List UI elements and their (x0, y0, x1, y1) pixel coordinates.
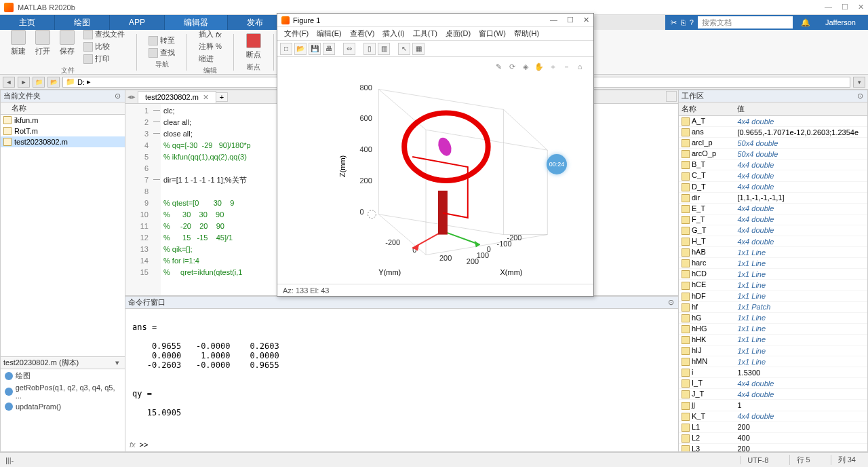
tab-nav-icon[interactable]: ◂▸ (125, 92, 138, 101)
cmdwin-output[interactable]: ans = 0.9655 -0.0000 0.2603 0.0000 1.000… (125, 309, 678, 438)
recording-badge[interactable]: 00:24 (547, 154, 567, 174)
qat-cut-icon[interactable]: ✂ (671, 18, 677, 27)
fx-icon[interactable]: fx (130, 441, 136, 449)
find-button[interactable]: 查找 (146, 47, 177, 58)
detail-item[interactable]: getRobPos(q1, q2, q3, q4, q5, ... (1, 382, 125, 401)
browse-icon[interactable]: 📂 (47, 77, 60, 88)
workspace-row[interactable]: L3200 (679, 443, 867, 451)
tab-plot[interactable]: 绘图 (55, 15, 110, 30)
workspace-row[interactable]: E_T4x4 double (679, 203, 867, 214)
print-icon[interactable]: 🖶 (323, 43, 335, 55)
workspace-row[interactable]: hDF1x1 Line (679, 291, 867, 301)
cmdwin-menu-icon[interactable]: ⊙ (666, 298, 675, 307)
workspace-row[interactable]: A_T4x4 double (679, 116, 867, 127)
new-button[interactable]: 新建 (8, 29, 28, 64)
workspace-row[interactable]: hIJ1x1 Line (679, 345, 867, 356)
workspace-row[interactable]: B_T4x4 double (679, 160, 867, 170)
tab-editor[interactable]: 编辑器 (165, 15, 228, 30)
workspace-row[interactable]: arcI_p50x4 double (679, 138, 867, 149)
minimize-button[interactable]: — (825, 3, 832, 12)
comment-button[interactable]: 注释 % (197, 41, 224, 52)
zoomout-icon[interactable]: － (561, 61, 572, 72)
workspace-row[interactable]: D_T4x4 double (679, 181, 867, 192)
home-icon[interactable]: ⌂ (574, 61, 585, 72)
close-button[interactable]: ✕ (858, 3, 864, 12)
layout2-icon[interactable]: ▥ (378, 43, 390, 55)
tab-publish[interactable]: 发布 (228, 15, 283, 30)
figure-menu-item[interactable]: 查看(V) (346, 27, 379, 40)
detail-item[interactable]: 绘图 (1, 369, 125, 382)
workspace-row[interactable]: hHK1x1 Line (679, 334, 867, 345)
maximize-button[interactable]: ☐ (842, 3, 848, 12)
figure-menu-item[interactable]: 帮助(H) (510, 27, 543, 40)
workspace-row[interactable]: L2400 (679, 432, 867, 443)
add-tab-button[interactable]: + (216, 92, 228, 102)
workspace-row[interactable]: J_T4x4 double (679, 389, 867, 400)
compare-button[interactable]: 比较 (81, 41, 127, 52)
back-button[interactable]: ◄ (3, 77, 15, 88)
workspace-row[interactable]: I_T4x4 double (679, 378, 867, 389)
workspace-row[interactable]: C_T4x4 double (679, 170, 867, 181)
workspace-row[interactable]: H_T4x4 double (679, 236, 867, 247)
up-folder-icon[interactable]: 📁 (33, 77, 45, 88)
user-menu[interactable]: Jafferson (818, 18, 863, 26)
indent-button[interactable]: 缩进 (197, 53, 224, 64)
qat-help-icon[interactable]: ? (690, 18, 694, 26)
brush-icon[interactable]: ✎ (493, 61, 504, 72)
ws-col-value[interactable]: 值 (734, 102, 867, 116)
search-docs-input[interactable]: 搜索文档 (698, 16, 793, 29)
goto-button[interactable]: 转至 (146, 35, 177, 46)
qat-copy-icon[interactable]: ⎘ (681, 18, 686, 26)
workspace-row[interactable]: dir[1,1,-1,-1,-1,1] (679, 192, 867, 203)
ws-col-name[interactable]: 名称 (679, 102, 734, 116)
panel-menu-icon[interactable]: ⊙ (113, 92, 122, 100)
figure-menu-item[interactable]: 桌面(D) (441, 27, 475, 40)
tab-apps[interactable]: APP (110, 15, 165, 30)
open-icon[interactable]: 📂 (294, 43, 307, 55)
workspace-menu-icon[interactable]: ⊙ (855, 92, 865, 100)
rotate-icon[interactable]: ⟳ (507, 61, 517, 72)
detail-item[interactable]: updataPram() (1, 401, 125, 412)
workspace-row[interactable]: K_T4x4 double (679, 411, 867, 422)
workspace-row[interactable]: hMN1x1 Line (679, 356, 867, 367)
figure-axes[interactable]: ✎ ⟳ ◈ ✋ ＋ － ⌂ 0200400600800 -200-1000100… (277, 57, 593, 284)
details-dropdown[interactable]: ▾ (113, 358, 122, 367)
workspace-row[interactable]: i1.5300 (679, 367, 867, 378)
print-button[interactable]: 打印 (81, 53, 127, 64)
workspace-row[interactable]: hCD1x1 Line (679, 269, 867, 280)
grid-icon[interactable]: ▦ (412, 43, 425, 55)
figure-titlebar[interactable]: Figure 1 — ☐ ✕ (277, 14, 593, 27)
arrow-icon[interactable]: ↖ (398, 43, 410, 55)
open-button[interactable]: 打开 (33, 29, 53, 64)
file-item[interactable]: ikfun.m (1, 115, 125, 126)
workspace-table[interactable]: 名称 值 A_T4x4 doubleans[0.9655,-1.7071e-12… (679, 102, 867, 451)
link-icon[interactable]: ⇔ (343, 43, 355, 55)
file-item[interactable]: RotT.m (1, 126, 125, 136)
fig-maximize-button[interactable]: ☐ (567, 16, 574, 24)
figure-window[interactable]: Figure 1 — ☐ ✕ 文件(F)编辑(E)查看(V)插入(I)工具(T)… (277, 13, 594, 297)
workspace-row[interactable]: hHG1x1 Line (679, 323, 867, 334)
save-button[interactable]: 保存 (57, 29, 77, 64)
workspace-row[interactable]: arcO_p50x4 double (679, 149, 867, 160)
editor-tab[interactable]: test20230802.m✕ (138, 91, 216, 103)
workspace-row[interactable]: hf1x1 Patch (679, 301, 867, 312)
breakpoint-button[interactable]: 断点 (243, 32, 264, 61)
workspace-row[interactable]: L1200 (679, 422, 867, 432)
fig-minimize-button[interactable]: — (550, 16, 557, 24)
fig-close-button[interactable]: ✕ (583, 16, 589, 24)
encoding-indicator[interactable]: UTF-8 (740, 456, 775, 464)
notifications-icon[interactable]: 🔔 (797, 18, 814, 27)
close-tab-icon[interactable]: ✕ (203, 93, 209, 101)
workspace-row[interactable]: ans[0.9655,-1.7071e-12,0.2603;1.2354e (679, 127, 867, 138)
path-dropdown[interactable]: ▾ (853, 77, 865, 88)
pan-icon[interactable]: ✋ (534, 61, 545, 72)
figure-menu-item[interactable]: 插入(I) (378, 27, 408, 40)
findfiles-button[interactable]: 查找文件 (81, 29, 127, 40)
file-item[interactable]: test20230802.m (1, 136, 125, 147)
figure-menu-item[interactable]: 编辑(E) (313, 27, 346, 40)
insert-button[interactable]: 插入 fx (197, 29, 224, 40)
workspace-row[interactable]: harc1x1 Line (679, 258, 867, 269)
workspace-row[interactable]: hAB1x1 Line (679, 247, 867, 258)
workspace-row[interactable]: jj1 (679, 400, 867, 411)
workspace-row[interactable]: hG1x1 Line (679, 312, 867, 323)
